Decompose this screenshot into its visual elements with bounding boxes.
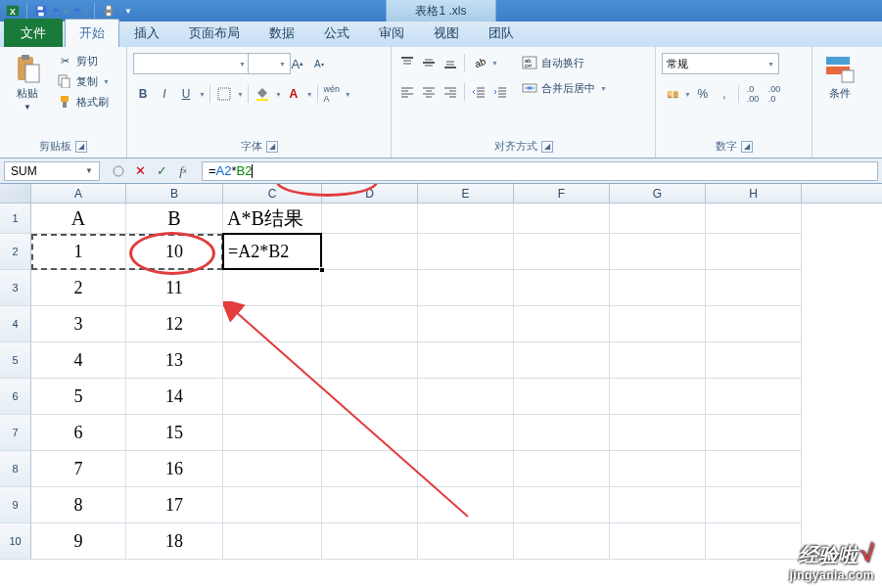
cell[interactable] <box>706 523 802 560</box>
cell[interactable] <box>418 415 514 451</box>
column-header[interactable]: C <box>223 184 322 203</box>
comma-button[interactable]: , <box>715 84 734 104</box>
merge-center-button[interactable]: 合并后居中▼ <box>518 78 611 98</box>
cell[interactable] <box>706 306 802 342</box>
qat-customize-icon[interactable]: ▼ <box>119 2 137 20</box>
cell[interactable] <box>418 306 514 342</box>
cell[interactable]: A*B结果 <box>223 204 322 234</box>
row-header[interactable]: 10 <box>0 523 31 560</box>
dialog-launcher-icon[interactable]: ◢ <box>266 141 278 153</box>
row-header[interactable]: 2 <box>0 234 31 270</box>
cell[interactable]: 11 <box>126 270 223 306</box>
cell[interactable] <box>706 342 802 379</box>
row-header[interactable]: 7 <box>0 415 31 451</box>
decrease-indent-button[interactable] <box>469 82 488 102</box>
cell[interactable]: 2 <box>31 270 126 306</box>
cell[interactable] <box>223 270 322 306</box>
cell[interactable] <box>223 415 322 451</box>
cell[interactable] <box>514 270 610 306</box>
cell[interactable]: 8 <box>31 487 126 523</box>
undo-icon[interactable]: ▼ <box>52 2 70 20</box>
redo-icon[interactable]: ▼ <box>71 2 89 20</box>
cell[interactable] <box>610 451 706 487</box>
sheet-nav-button[interactable] <box>108 161 129 181</box>
align-right-button[interactable] <box>441 82 460 102</box>
tab-data[interactable]: 数据 <box>255 19 309 47</box>
select-all-corner[interactable] <box>0 184 31 203</box>
borders-button[interactable] <box>214 84 234 104</box>
cut-button[interactable]: ✂剪切 <box>53 51 114 70</box>
fill-color-button[interactable] <box>253 84 272 104</box>
cell[interactable] <box>418 379 514 415</box>
phonetic-button[interactable]: wénA <box>322 84 342 104</box>
print-icon[interactable] <box>100 2 117 20</box>
cell[interactable] <box>610 523 706 560</box>
row-header[interactable]: 4 <box>0 306 31 342</box>
cell[interactable] <box>223 342 322 379</box>
cell[interactable]: 15 <box>126 415 223 451</box>
cell[interactable]: 10 <box>126 234 223 270</box>
cell[interactable] <box>418 270 514 306</box>
cell[interactable] <box>322 270 418 306</box>
column-header[interactable]: H <box>706 184 802 203</box>
decrease-font-button[interactable]: A▾ <box>309 54 329 73</box>
cell[interactable] <box>514 451 610 487</box>
cell[interactable] <box>223 379 322 415</box>
increase-decimal-button[interactable]: .0.00 <box>743 84 763 104</box>
column-header[interactable]: G <box>610 184 706 203</box>
formula-input[interactable]: =A2*B2 <box>202 161 878 181</box>
insert-function-button[interactable]: fx <box>172 161 194 181</box>
bold-button[interactable]: B <box>133 84 153 104</box>
cell[interactable] <box>706 487 802 523</box>
cell[interactable] <box>706 451 802 487</box>
column-header[interactable]: A <box>31 184 126 203</box>
excel-icon[interactable]: X <box>4 2 22 20</box>
increase-font-button[interactable]: A▴ <box>288 54 307 73</box>
cell[interactable]: 1 <box>31 234 126 270</box>
cell[interactable] <box>706 270 802 306</box>
cell[interactable]: 17 <box>126 487 223 523</box>
cell[interactable]: A <box>31 204 126 234</box>
cell[interactable] <box>322 415 418 451</box>
enter-formula-button[interactable]: ✓ <box>151 161 172 181</box>
percent-button[interactable]: % <box>693 84 713 104</box>
row-header[interactable]: 5 <box>0 342 31 379</box>
orientation-button[interactable]: ab <box>469 53 488 72</box>
cell[interactable] <box>610 270 706 306</box>
underline-button[interactable]: U <box>176 84 196 104</box>
row-header[interactable]: 6 <box>0 379 31 415</box>
cell[interactable] <box>706 415 802 451</box>
dialog-launcher-icon[interactable]: ◢ <box>75 141 87 153</box>
cell[interactable] <box>514 523 610 560</box>
dialog-launcher-icon[interactable]: ◢ <box>741 141 753 153</box>
row-header[interactable]: 3 <box>0 270 31 306</box>
italic-button[interactable]: I <box>155 84 174 104</box>
tab-formulas[interactable]: 公式 <box>309 19 364 47</box>
cell[interactable]: B <box>126 204 223 234</box>
cell[interactable] <box>610 415 706 451</box>
cell[interactable]: 7 <box>31 451 126 487</box>
cell[interactable] <box>514 342 610 379</box>
tab-team[interactable]: 团队 <box>474 19 529 47</box>
cell[interactable] <box>610 204 706 234</box>
column-header[interactable]: D <box>322 184 418 203</box>
cell[interactable] <box>223 451 322 487</box>
cell[interactable]: 14 <box>126 379 223 415</box>
font-name-input[interactable] <box>133 53 251 74</box>
fill-handle[interactable] <box>319 267 325 273</box>
column-header[interactable]: E <box>418 184 514 203</box>
tab-insert[interactable]: 插入 <box>119 19 174 47</box>
cell[interactable] <box>322 487 418 523</box>
cell[interactable] <box>706 379 802 415</box>
row-header[interactable]: 9 <box>0 487 31 523</box>
cell[interactable] <box>223 234 322 270</box>
cell[interactable] <box>418 342 514 379</box>
decrease-decimal-button[interactable]: .00.0 <box>765 84 784 104</box>
cell[interactable] <box>418 451 514 487</box>
cell[interactable] <box>322 523 418 560</box>
cell[interactable] <box>610 234 706 270</box>
paste-button[interactable]: 粘贴 ▼ <box>6 49 49 115</box>
cell[interactable] <box>706 234 802 270</box>
cell[interactable] <box>322 306 418 342</box>
cell[interactable] <box>610 379 706 415</box>
